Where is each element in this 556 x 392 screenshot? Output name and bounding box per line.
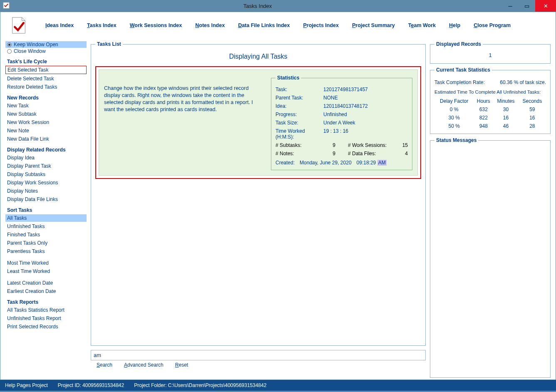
sidebar-item-unfinished-tasks[interactable]: Unfinished Tasks bbox=[5, 223, 87, 230]
menu-notes-index[interactable]: Notes Index bbox=[195, 22, 225, 28]
sidebar-item-most-time-worked[interactable]: Most Time Worked bbox=[5, 259, 87, 267]
stat-task-id: 1201274981371457 bbox=[323, 87, 368, 92]
logo-icon bbox=[9, 15, 29, 35]
stat-label: Progress: bbox=[276, 112, 323, 117]
sidebar-item-latest-creation-date[interactable]: Latest Creation Date bbox=[5, 279, 87, 287]
close-button[interactable]: ✕ bbox=[535, 0, 556, 12]
stat-label: Idea: bbox=[276, 103, 323, 109]
task-card[interactable]: Change how the index type windows print … bbox=[99, 69, 418, 176]
sidebar-item-all-tasks[interactable]: All Tasks bbox=[5, 214, 87, 222]
menu-tasks-index[interactable]: Tasks Index bbox=[87, 22, 117, 28]
menubar: Ideas IndexTasks IndexWork Sessions Inde… bbox=[0, 12, 556, 38]
sidebar-item-new-note[interactable]: New Note bbox=[5, 127, 87, 134]
sidebar-item-parentless-tasks[interactable]: Parentless Tasks bbox=[5, 248, 87, 255]
stat-subtasks: 9 bbox=[323, 142, 335, 148]
cell-hours: 822 bbox=[474, 114, 493, 122]
col-seconds: Seconds bbox=[519, 97, 546, 105]
menu-data-file-links-index[interactable]: Data File Links Index bbox=[238, 22, 290, 28]
menu-ideas-index[interactable]: Ideas Index bbox=[45, 22, 74, 28]
sidebar-item-new-data-file-link[interactable]: New Data File Link bbox=[5, 135, 87, 143]
sidebar-item-parent-tasks-only[interactable]: Parent Tasks Only bbox=[5, 239, 87, 247]
cell-delay: 50 % bbox=[434, 122, 474, 130]
cell-seconds: 16 bbox=[519, 114, 546, 122]
sidebar-item-restore-deleted-tasks[interactable]: Restore Deleted Tasks bbox=[5, 83, 87, 91]
stat-idea-id: 1201184013748172 bbox=[323, 103, 368, 109]
sidebar-item-new-work-session[interactable]: New Work Session bbox=[5, 119, 87, 126]
main-area: Tasks List Displaying All Tasks Change h… bbox=[91, 41, 426, 378]
status-messages-panel: Status Messages bbox=[430, 137, 551, 378]
search-link[interactable]: Search bbox=[97, 362, 112, 368]
table-row: 0 %6323059 bbox=[434, 105, 546, 114]
sidebar-item-display-parent-task[interactable]: Display Parent Task bbox=[5, 162, 87, 170]
sidebar-heading: Display Related Records bbox=[7, 147, 87, 153]
panel-legend: Current Task Statistics bbox=[434, 67, 492, 73]
sidebar-item-edit-selected-task[interactable]: Edit Selected Task bbox=[5, 66, 87, 74]
sidebar-item-display-work-sessions[interactable]: Display Work Sessions bbox=[5, 179, 87, 186]
app-icon bbox=[2, 2, 11, 10]
menu-work-sessions-index[interactable]: Work Sessions Index bbox=[130, 22, 182, 28]
radio-empty-icon bbox=[7, 49, 12, 54]
status-help-project[interactable]: Help Pages Project bbox=[5, 382, 48, 388]
status-project-id: Project ID: 400956931534842 bbox=[58, 382, 124, 388]
stat-time-worked: 19 : 13 : 16 bbox=[323, 128, 348, 134]
cell-minutes: 46 bbox=[493, 122, 518, 130]
statistics-panel: Statistics Task:1201274981371457 Parent … bbox=[271, 75, 412, 170]
stat-notes: 9 bbox=[323, 151, 335, 156]
stat-parent-task: NONE bbox=[323, 95, 338, 101]
sidebar-item-all-tasks-statistics-report[interactable]: All Tasks Statistics Report bbox=[5, 306, 87, 314]
stat-progress: Unfinished bbox=[323, 112, 347, 117]
stat-label: Task Completion Rate: bbox=[434, 79, 500, 85]
cell-minutes: 30 bbox=[493, 105, 518, 114]
sidebar-heading: Task Reports bbox=[7, 299, 87, 305]
sidebar: Keep Window Open Close Window Task's Lif… bbox=[5, 41, 87, 378]
sidebar-item-finished-tasks[interactable]: Finished Tasks bbox=[5, 231, 87, 238]
cell-minutes: 16 bbox=[493, 114, 518, 122]
sidebar-item-display-notes[interactable]: Display Notes bbox=[5, 187, 87, 195]
stat-label: Task Size: bbox=[276, 120, 323, 126]
sidebar-item-earliest-creation-date[interactable]: Earliest Creation Date bbox=[5, 288, 87, 295]
table-row: 30 %8221616 bbox=[434, 114, 546, 122]
menu-project-summary[interactable]: Project Summary bbox=[352, 22, 395, 28]
sidebar-item-new-subtask[interactable]: New Subtask bbox=[5, 110, 87, 118]
tasks-list-legend: Tasks List bbox=[95, 41, 123, 47]
stat-label: Created: bbox=[276, 160, 295, 166]
close-window-radio[interactable]: Close Window bbox=[5, 48, 87, 55]
stat-label: # Work Sessions: bbox=[348, 142, 395, 148]
link-text: earch bbox=[100, 362, 112, 368]
sidebar-item-display-subtasks[interactable]: Display Subtasks bbox=[5, 171, 87, 178]
stat-label: Task: bbox=[276, 87, 323, 92]
stat-label: # Data Files: bbox=[348, 151, 395, 156]
search-input[interactable] bbox=[91, 350, 426, 360]
stat-data-files: 4 bbox=[395, 151, 408, 156]
advanced-search-link[interactable]: Advanced Search bbox=[124, 362, 164, 368]
sidebar-heading: New Records bbox=[7, 95, 87, 101]
maximize-button[interactable]: ▭ bbox=[519, 0, 535, 12]
statistics-legend: Statistics bbox=[276, 75, 301, 81]
cell-delay: 30 % bbox=[434, 114, 474, 122]
reset-link[interactable]: Reset bbox=[175, 362, 188, 368]
stat-work-sessions: 15 bbox=[395, 142, 408, 148]
col-delay: Delay Factor bbox=[434, 97, 474, 105]
menu-team-work[interactable]: Team Work bbox=[408, 22, 436, 28]
menu-close-program[interactable]: Close Program bbox=[474, 22, 511, 28]
task-card-highlight: Change how the index type windows print … bbox=[95, 66, 421, 179]
sidebar-item-unfinished-tasks-report[interactable]: Unfinished Tasks Report bbox=[5, 315, 87, 322]
table-row: 50 %9484628 bbox=[434, 122, 546, 130]
sidebar-item-display-data-file-links[interactable]: Display Data File Links bbox=[5, 196, 87, 203]
panel-legend: Displayed Records bbox=[434, 41, 483, 47]
minimize-button[interactable]: ─ bbox=[502, 0, 519, 12]
sidebar-item-print-selected-records[interactable]: Print Selected Records bbox=[5, 323, 87, 330]
statusbar: Help Pages Project Project ID: 400956931… bbox=[0, 380, 556, 391]
col-hours: Hours bbox=[474, 97, 493, 105]
menu-projects-index[interactable]: Projects Index bbox=[303, 22, 339, 28]
sidebar-item-least-time-worked[interactable]: Least Time Worked bbox=[5, 268, 87, 275]
sidebar-item-delete-selected-task[interactable]: Delete Selected Task bbox=[5, 75, 87, 82]
cell-seconds: 28 bbox=[519, 122, 546, 130]
window-title: Tasks Index bbox=[13, 3, 502, 9]
menu-help[interactable]: Help bbox=[449, 22, 460, 28]
cell-delay: 0 % bbox=[434, 105, 474, 114]
sidebar-item-display-idea[interactable]: Display Idea bbox=[5, 154, 87, 161]
keep-window-open-radio[interactable]: Keep Window Open bbox=[5, 41, 87, 48]
sidebar-item-new-task[interactable]: New Task bbox=[5, 102, 87, 109]
estimate-heading: Estimated Time To Complete All Unfinishe… bbox=[434, 89, 546, 94]
